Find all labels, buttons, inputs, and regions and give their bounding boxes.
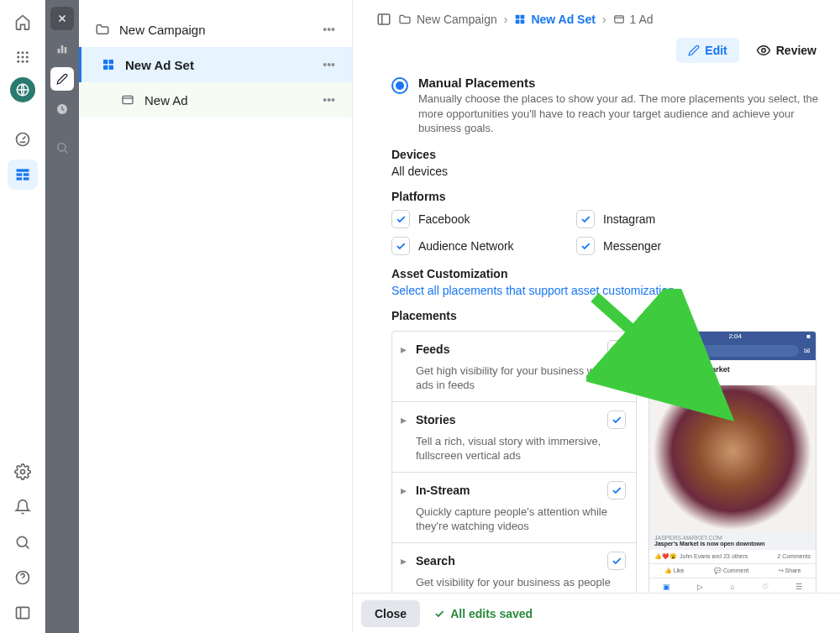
platforms-grid: Facebook Instagram Audience Network Mess… bbox=[391, 210, 744, 255]
svg-point-7 bbox=[21, 60, 24, 63]
editor-rail bbox=[45, 0, 79, 633]
placement-feeds[interactable]: ▸Feeds Get high visibility for your busi… bbox=[392, 332, 636, 402]
save-status-label: All edits saved bbox=[450, 607, 533, 620]
globe-icon[interactable] bbox=[10, 77, 35, 102]
manual-placements-option[interactable]: Manual Placements Manually choose the pl… bbox=[391, 76, 822, 136]
close-icon[interactable] bbox=[50, 7, 74, 30]
svg-point-17 bbox=[17, 536, 27, 547]
manual-placements-title: Manual Placements bbox=[418, 76, 822, 90]
chevron-right-icon: › bbox=[504, 13, 508, 26]
home-icon[interactable] bbox=[8, 7, 38, 37]
placement-desc: Tell a rich, visual story with immersive… bbox=[401, 434, 626, 463]
clock-icon[interactable] bbox=[50, 97, 74, 121]
asset-link[interactable]: Select all placements that support asset… bbox=[391, 284, 822, 297]
placements-heading: Placements bbox=[391, 309, 822, 322]
checkbox-icon[interactable] bbox=[607, 411, 626, 429]
gauge-icon[interactable] bbox=[8, 124, 38, 154]
caret-right-icon[interactable]: ▸ bbox=[401, 413, 409, 426]
svg-point-8 bbox=[25, 60, 28, 63]
svg-rect-31 bbox=[516, 15, 520, 19]
svg-rect-33 bbox=[516, 20, 520, 24]
svg-point-4 bbox=[21, 56, 24, 59]
svg-point-36 bbox=[762, 49, 766, 53]
svg-rect-12 bbox=[16, 173, 22, 175]
tree-ad[interactable]: New Ad ••• bbox=[79, 82, 352, 118]
preview-topbar: ◉ 🔍Search ✉ bbox=[649, 342, 816, 360]
table-icon[interactable] bbox=[8, 160, 38, 190]
preview-domain: jaspers-market.com bbox=[654, 535, 811, 541]
main-panel: New Campaign › New Ad Set › 1 Ad Edit Re… bbox=[353, 0, 840, 633]
left-nav-rail bbox=[0, 0, 45, 633]
breadcrumb-adset[interactable]: New Ad Set bbox=[514, 13, 596, 26]
tree-campaign[interactable]: New Campaign ••• bbox=[79, 12, 352, 47]
platforms-heading: Platforms bbox=[391, 190, 822, 203]
checkbox-icon[interactable] bbox=[607, 552, 626, 570]
more-icon[interactable]: ••• bbox=[318, 55, 340, 75]
more-icon[interactable]: ••• bbox=[318, 90, 340, 110]
checkbox-icon[interactable] bbox=[607, 340, 626, 358]
apps-icon[interactable] bbox=[8, 42, 38, 72]
caret-right-icon[interactable]: ▸ bbox=[401, 343, 409, 356]
svg-rect-22 bbox=[65, 47, 67, 53]
panel-icon[interactable] bbox=[8, 598, 38, 628]
svg-rect-13 bbox=[23, 173, 29, 175]
caret-right-icon[interactable]: ▸ bbox=[401, 554, 409, 568]
preview-comments: 2 Comments bbox=[777, 553, 811, 559]
svg-point-6 bbox=[17, 60, 19, 63]
chart-icon[interactable] bbox=[50, 37, 74, 60]
close-button-label: Close bbox=[375, 607, 407, 620]
close-button[interactable]: Close bbox=[361, 600, 420, 627]
preview-tabbar: ▣▷⌂♡☰ bbox=[649, 578, 816, 593]
pencil-icon[interactable] bbox=[50, 67, 74, 91]
devices-value: All devices bbox=[391, 165, 822, 178]
content-scroll[interactable]: Manual Placements Manually choose the pl… bbox=[353, 72, 840, 593]
placement-title: Search bbox=[416, 554, 601, 568]
ad-icon bbox=[119, 93, 136, 107]
breadcrumb-campaign-label: New Campaign bbox=[417, 13, 497, 26]
panel-toggle-icon[interactable] bbox=[376, 12, 391, 27]
breadcrumb-campaign[interactable]: New Campaign bbox=[398, 13, 497, 26]
svg-rect-19 bbox=[16, 607, 29, 618]
breadcrumb: New Campaign › New Ad Set › 1 Ad bbox=[376, 12, 822, 27]
checkbox-icon[interactable] bbox=[607, 481, 626, 500]
breadcrumb-ad-label: 1 Ad bbox=[630, 13, 654, 26]
placement-search[interactable]: ▸Search Get visibility for your business… bbox=[392, 543, 636, 593]
checkbox-icon[interactable] bbox=[576, 237, 595, 255]
breadcrumb-ad[interactable]: 1 Ad bbox=[613, 13, 654, 26]
svg-rect-27 bbox=[103, 65, 108, 70]
zoom-icon[interactable] bbox=[50, 136, 74, 160]
preview-headline: Jasper's Market is now open downtown bbox=[654, 541, 811, 547]
placement-title: Feeds bbox=[416, 343, 601, 356]
more-icon[interactable]: ••• bbox=[318, 19, 340, 39]
radio-selected-icon[interactable] bbox=[391, 77, 408, 94]
edit-button[interactable]: Edit bbox=[676, 38, 738, 63]
help-icon[interactable] bbox=[8, 562, 38, 593]
manual-placements-desc: Manually choose the places to show your … bbox=[418, 92, 822, 136]
placement-stories[interactable]: ▸Stories Tell a rich, visual story with … bbox=[392, 402, 636, 473]
checkbox-icon[interactable] bbox=[391, 210, 410, 228]
save-status: All edits saved bbox=[433, 607, 533, 620]
caret-right-icon[interactable]: ▸ bbox=[401, 484, 409, 497]
preview-avatar: J bbox=[654, 365, 669, 380]
ad-preview: ••••2:04■ ◉ 🔍Search ✉ J Jasper's MarketS… bbox=[648, 331, 816, 593]
platform-instagram[interactable]: Instagram bbox=[576, 210, 744, 228]
bell-icon[interactable] bbox=[8, 492, 38, 522]
checkbox-icon[interactable] bbox=[391, 237, 410, 255]
placement-desc: Get high visibility for your business wi… bbox=[401, 364, 626, 393]
tree-adset[interactable]: New Ad Set ••• bbox=[79, 47, 352, 82]
tree-adset-label: New Ad Set bbox=[125, 58, 318, 72]
placement-instream[interactable]: ▸In-Stream Quickly capture people's atte… bbox=[392, 473, 636, 543]
svg-point-1 bbox=[21, 51, 24, 54]
checkbox-icon[interactable] bbox=[576, 210, 595, 228]
platform-facebook[interactable]: Facebook bbox=[391, 210, 559, 228]
placement-title: Stories bbox=[416, 413, 601, 426]
preview-link-card: jaspers-market.com Jasper's Market is no… bbox=[649, 531, 816, 550]
platform-audience-network[interactable]: Audience Network bbox=[391, 237, 559, 255]
platform-messenger[interactable]: Messenger bbox=[576, 237, 744, 255]
search-icon[interactable] bbox=[8, 527, 38, 557]
footer: Close All edits saved bbox=[353, 593, 840, 633]
review-button[interactable]: Review bbox=[751, 37, 822, 64]
folder-icon bbox=[94, 22, 111, 37]
preview-sponsored: Sponsored bbox=[673, 374, 730, 379]
gear-icon[interactable] bbox=[8, 457, 38, 487]
